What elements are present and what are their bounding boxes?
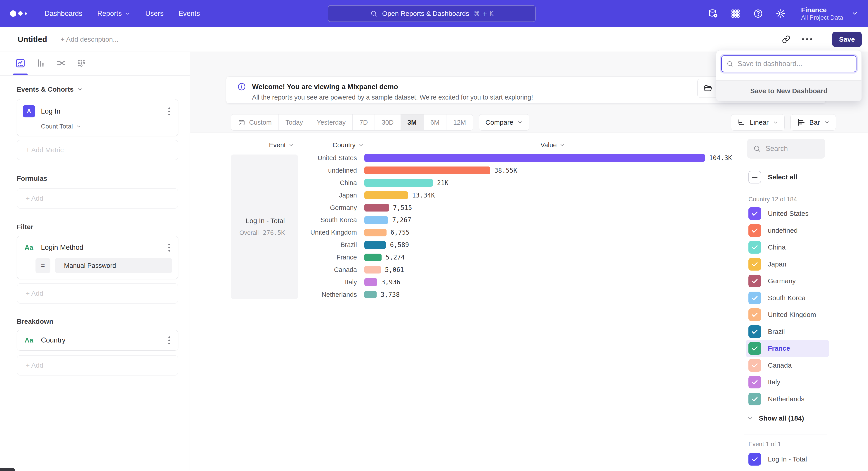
- compare-button[interactable]: Compare: [479, 114, 529, 130]
- bar-united-states[interactable]: [364, 154, 705, 162]
- bar-brazil[interactable]: [364, 241, 386, 249]
- save-to-new-dashboard-button[interactable]: Save to New Dashboard: [716, 80, 862, 101]
- panel-divider: [744, 190, 827, 190]
- bar-canada[interactable]: [364, 266, 381, 273]
- save-button[interactable]: Save: [832, 32, 862, 47]
- checkbox-united-states[interactable]: [748, 207, 761, 220]
- checkbox-italy[interactable]: [748, 376, 761, 388]
- more-options-button[interactable]: [802, 33, 812, 45]
- bar-italy[interactable]: [364, 278, 377, 286]
- checkbox-germany[interactable]: [748, 275, 761, 287]
- checkbox-united-kingdom[interactable]: [748, 308, 761, 321]
- bar-china[interactable]: [364, 179, 433, 187]
- column-header-value[interactable]: Value: [540, 140, 565, 150]
- column-header-country[interactable]: Country: [333, 140, 364, 150]
- bar-row-italy: Italy3,936: [190, 276, 737, 289]
- metric-card-log-in[interactable]: A Log In Count Total: [17, 99, 178, 136]
- bar-netherlands[interactable]: [364, 291, 377, 298]
- column-header-event[interactable]: Event: [269, 140, 294, 150]
- mixpanel-logo[interactable]: [10, 10, 27, 17]
- breakdown-kebab-menu[interactable]: [166, 334, 172, 346]
- range-6m[interactable]: 6M: [424, 115, 446, 130]
- country-row-canada[interactable]: Canada: [746, 357, 829, 374]
- chart-type-selector[interactable]: Bar: [790, 114, 836, 130]
- bar-japan[interactable]: [364, 192, 408, 199]
- range-custom[interactable]: Custom: [231, 115, 279, 130]
- show-all-button[interactable]: Show all (184): [746, 411, 868, 425]
- checkbox-brazil[interactable]: [748, 325, 761, 338]
- tab-insights[interactable]: [14, 58, 26, 75]
- select-all-checkbox[interactable]: [748, 171, 761, 183]
- series-search-input[interactable]: [766, 145, 819, 153]
- save-dashboard-search-field[interactable]: [721, 55, 857, 72]
- check-icon: [751, 455, 759, 463]
- open-search-button[interactable]: Open Reports & Dashboards ⌘ + K: [328, 5, 536, 22]
- country-row-china[interactable]: China: [746, 239, 829, 256]
- select-all-row[interactable]: Select all: [746, 171, 868, 183]
- country-row-netherlands[interactable]: Netherlands: [746, 391, 829, 408]
- scale-selector[interactable]: Linear: [731, 114, 784, 130]
- country-row-south-korea[interactable]: South Korea: [746, 290, 829, 306]
- aggregation-selector[interactable]: Count Total: [41, 123, 172, 130]
- country-row-italy[interactable]: Italy: [746, 374, 829, 391]
- add-formula-button[interactable]: + Add: [17, 188, 178, 209]
- country-row-united-kingdom[interactable]: United Kingdom: [746, 306, 829, 323]
- nav-link-events[interactable]: Events: [179, 9, 200, 18]
- bar-united-kingdom[interactable]: [364, 229, 386, 236]
- copy-link-button[interactable]: [780, 33, 792, 45]
- nav-link-users[interactable]: Users: [145, 9, 164, 18]
- events-cohorts-header[interactable]: Events & Cohorts: [17, 86, 178, 93]
- tab-funnels[interactable]: [35, 58, 46, 75]
- checkbox-netherlands[interactable]: [748, 393, 761, 405]
- bar-south-korea[interactable]: [364, 216, 388, 224]
- event-checkbox-row[interactable]: Log In - Total: [746, 451, 868, 468]
- country-row-japan[interactable]: Japan: [746, 256, 829, 273]
- apps-grid-button[interactable]: [730, 8, 741, 20]
- filter-card-login-method[interactable]: Aa Login Method = Manual Password: [17, 236, 178, 279]
- search-icon: [726, 60, 734, 67]
- add-breakdown-button[interactable]: + Add: [17, 355, 178, 376]
- bottom-left-peek-widget[interactable]: [0, 468, 15, 471]
- checkbox-undefined[interactable]: [748, 224, 761, 237]
- metric-kebab-menu[interactable]: [166, 106, 172, 117]
- add-filter-button[interactable]: + Add: [17, 283, 178, 303]
- nav-link-reports[interactable]: Reports: [97, 9, 130, 18]
- add-description-field[interactable]: + Add description...: [61, 35, 119, 43]
- filter-value[interactable]: Manual Password: [55, 258, 172, 273]
- bar-germany[interactable]: [364, 204, 389, 211]
- filter-operator[interactable]: =: [35, 258, 51, 273]
- filter-kebab-menu[interactable]: [166, 242, 172, 253]
- range-today[interactable]: Today: [279, 115, 310, 130]
- country-row-france[interactable]: France: [746, 340, 829, 357]
- bar-undefined[interactable]: [364, 167, 490, 174]
- country-row-germany[interactable]: Germany: [746, 273, 829, 290]
- range-12m[interactable]: 12M: [446, 115, 473, 130]
- series-search-field[interactable]: [747, 139, 825, 158]
- range-3m[interactable]: 3M: [401, 115, 424, 130]
- checkbox-china[interactable]: [748, 241, 761, 254]
- save-dashboard-input[interactable]: [738, 60, 851, 68]
- checkbox-canada[interactable]: [748, 359, 761, 372]
- event-checkbox[interactable]: [748, 453, 761, 466]
- checkbox-japan[interactable]: [748, 258, 761, 271]
- range-7d[interactable]: 7D: [352, 115, 375, 130]
- help-button[interactable]: [752, 8, 764, 20]
- range-30d[interactable]: 30D: [375, 115, 401, 130]
- tab-retention[interactable]: [75, 58, 87, 75]
- data-management-button[interactable]: [707, 8, 719, 20]
- bar-france[interactable]: [364, 254, 381, 261]
- project-switcher[interactable]: Finance All Project Data: [801, 6, 858, 22]
- bar-category-label: France: [190, 254, 364, 261]
- add-metric-button[interactable]: + Add Metric: [17, 140, 178, 160]
- checkbox-south-korea[interactable]: [748, 292, 761, 304]
- country-row-brazil[interactable]: Brazil: [746, 323, 829, 340]
- country-row-undefined[interactable]: undefined: [746, 222, 829, 239]
- breakdown-card-country[interactable]: Aa Country: [17, 330, 178, 351]
- tab-flows[interactable]: [55, 58, 67, 75]
- nav-link-dashboards[interactable]: Dashboards: [44, 9, 82, 18]
- country-row-united-states[interactable]: United States: [746, 205, 829, 222]
- range-yesterday[interactable]: Yesterday: [310, 115, 352, 130]
- checkbox-france[interactable]: [748, 342, 761, 355]
- report-title[interactable]: Untitled: [18, 35, 47, 44]
- settings-button[interactable]: [775, 8, 786, 20]
